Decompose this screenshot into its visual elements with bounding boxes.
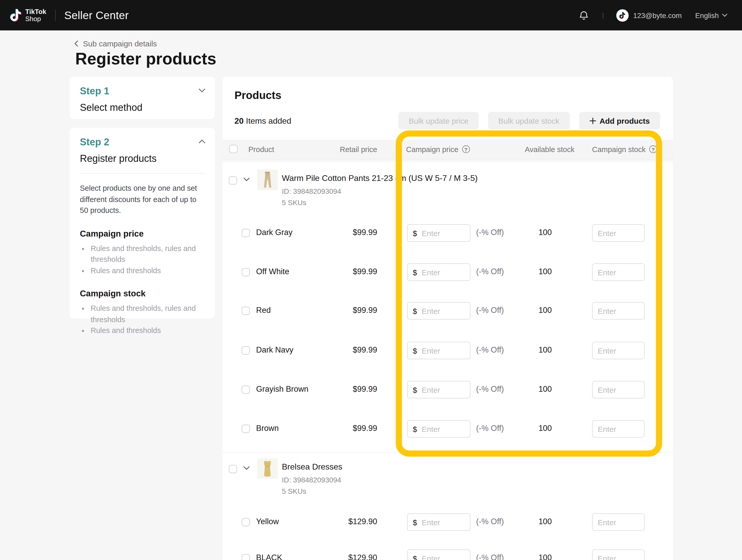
campaign-stock-input[interactable] [592,263,645,281]
sku-name: BLACK [256,553,282,560]
bullet-item: Rules and thresholds, rules and threshol… [90,243,205,265]
campaign-stock-input[interactable] [592,420,645,438]
campaign-price-input[interactable] [421,228,465,238]
chevron-down-icon[interactable] [243,466,250,470]
campaign-price-field[interactable]: $ [407,302,470,319]
campaign-price-field[interactable]: $ [407,550,470,560]
available-stock-value: 100 [522,267,569,276]
product-id: ID: 398482093094 [282,476,341,484]
select-all-checkbox[interactable] [229,145,237,153]
campaign-stock-input[interactable] [592,224,645,242]
bulk-update-stock-button[interactable]: Bulk update stock [488,112,570,130]
campaign-price-input[interactable] [421,267,465,277]
percent-off-label: (-% Off) [476,306,504,315]
currency-prefix: $ [413,346,417,355]
campaign-price-input[interactable] [421,306,465,316]
account-email[interactable]: 123@byte.com [633,11,682,19]
col-campaign-stock: Campaign stock ? [592,140,657,159]
chevron-down-icon[interactable] [243,177,250,182]
sku-checkbox[interactable] [242,268,250,276]
chevron-down-icon [722,13,728,17]
sku-checkbox[interactable] [242,386,250,394]
sku-name: Dark Navy [256,345,294,355]
top-bar: TikTok Shop Seller Center | [0,0,742,31]
bullet-item: Rules and thresholds, rules and threshol… [90,303,205,325]
available-stock-value: 100 [522,306,569,315]
retail-price: $129.90 [331,517,377,526]
items-count: 20 [234,116,244,125]
product-sku-count: 5 SKUs [282,487,306,495]
percent-off-label: (-% Off) [476,267,504,276]
available-stock-value: 100 [522,517,569,526]
currency-prefix: $ [413,424,417,433]
tiktok-shop-wordmark: TikTok Shop [25,8,46,22]
percent-off-label: (-% Off) [476,228,504,237]
available-stock-value: 100 [522,424,569,433]
campaign-price-field[interactable]: $ [407,263,470,281]
product-name: Warm Pile Cotton Pants 21-23 cm (US W 5-… [282,174,478,183]
available-stock-value: 100 [522,345,569,355]
campaign-price-field[interactable]: $ [407,513,470,531]
retail-price: $99.99 [331,267,377,276]
bulk-update-price-button[interactable]: Bulk update price [398,112,479,130]
campaign-stock-input[interactable] [592,342,645,359]
currency-prefix: $ [413,385,417,394]
sku-checkbox[interactable] [242,518,250,526]
campaign-price-label: Campaign price [406,145,458,153]
products-title: Products [234,89,281,102]
sku-name: Off White [256,267,289,276]
breadcrumb-back[interactable]: Sub campaign details [74,39,157,48]
sku-name: Yellow [256,517,279,526]
currency-prefix: $ [413,554,417,560]
campaign-price-input[interactable] [421,517,465,527]
campaign-stock-input[interactable] [592,550,645,560]
step1-label: Step 1 [80,85,205,97]
campaign-stock-label: Campaign stock [592,145,646,153]
campaign-stock-heading: Campaign stock [80,289,205,298]
campaign-price-field[interactable]: $ [407,420,470,438]
percent-off-label: (-% Off) [476,345,504,355]
campaign-price-input[interactable] [421,385,465,395]
language-selector[interactable]: English [695,11,728,19]
product-sku-count: 5 SKUs [282,198,306,207]
notification-bell-icon[interactable] [578,9,590,21]
chevron-up-icon[interactable] [198,139,206,144]
campaign-stock-bullets: Rules and thresholds, rules and threshol… [80,303,205,336]
sku-checkbox[interactable] [242,346,250,355]
campaign-price-input[interactable] [421,424,465,434]
divider [80,173,205,174]
breadcrumb-label: Sub campaign details [83,39,157,48]
table-header: Product Retail price Campaign price ? Av… [223,140,673,159]
campaign-price-field[interactable]: $ [407,381,470,398]
sku-row: Yellow $129.90 $ (-% Off) 100 [223,503,673,542]
sku-name: Brown [256,424,279,433]
sku-row: Off White $99.99 $ (-% Off) 100 [223,253,673,292]
available-stock-value: 100 [522,385,569,394]
currency-prefix: $ [413,228,417,237]
sku-checkbox[interactable] [242,307,250,315]
percent-off-label: (-% Off) [476,424,504,433]
product-checkbox[interactable] [229,465,237,473]
campaign-stock-input[interactable] [592,302,645,319]
currency-prefix: $ [413,306,417,315]
campaign-price-field[interactable]: $ [407,224,470,242]
help-icon[interactable]: ? [462,145,470,153]
chevron-down-icon[interactable] [198,88,206,93]
sku-name: Red [256,306,271,315]
sku-checkbox[interactable] [242,229,250,237]
toolbar: Bulk update price Bulk update stock Add … [398,112,660,130]
campaign-price-input[interactable] [421,346,465,355]
campaign-price-input[interactable] [421,553,465,560]
step1-title: Select method [80,101,205,114]
add-products-button[interactable]: Add products [579,112,660,130]
sku-checkbox[interactable] [242,554,250,560]
sku-checkbox[interactable] [242,425,250,433]
help-icon[interactable]: ? [649,145,657,153]
product-checkbox[interactable] [229,176,237,185]
account-avatar[interactable] [616,9,628,21]
step2-card: Step 2 Register products Select products… [69,128,215,318]
sku-row: BLACK $129.90 $ (-% Off) 100 [223,539,673,560]
campaign-price-field[interactable]: $ [407,342,470,359]
campaign-stock-input[interactable] [592,513,645,531]
campaign-stock-input[interactable] [592,381,645,398]
